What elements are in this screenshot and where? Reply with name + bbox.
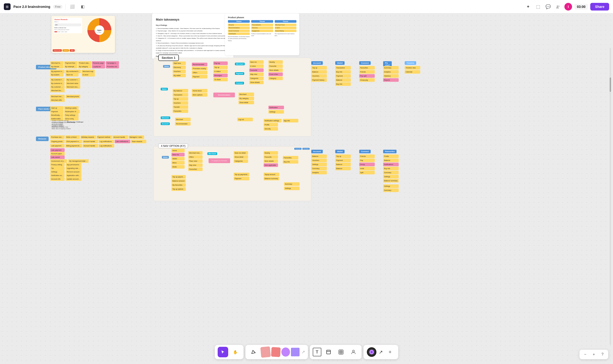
fr-s5[interactable]: Transaction: [335, 66, 351, 70]
rw3-4[interactable]: Log notifications: [99, 144, 114, 148]
nav-ffr1[interactable]: Summary: [284, 182, 300, 186]
frl-s13[interactable]: Invite: [359, 167, 375, 170]
s1-p4[interactable]: Payment: [192, 75, 207, 78]
sticky-4[interactable]: Rewards page: [92, 61, 105, 65]
nav-l2-2[interactable]: Offers: [188, 155, 203, 159]
pen-btn[interactable]: [248, 347, 259, 357]
sticky-11[interactable]: By payment method: [50, 70, 65, 73]
s1-fr2[interactable]: Favourite: [268, 64, 283, 68]
fr-s13[interactable]: Group pay: [359, 78, 375, 82]
frl-s9[interactable]: Balance: [335, 167, 351, 170]
rw2-1[interactable]: Ongoing points: [50, 140, 65, 143]
fr-s16[interactable]: Statistics: [383, 74, 399, 78]
rw2-4[interactable]: Log notifications: [99, 140, 114, 143]
rw3-3[interactable]: Account handle: [83, 144, 98, 148]
section1-root[interactable]: Home: [163, 65, 170, 68]
s1-mb1[interactable]: My balance: [173, 89, 188, 92]
pp-3[interactable]: Payment: [50, 110, 63, 113]
sticky-9[interactable]: Loyalty tier: [92, 65, 105, 68]
rw4-3[interactable]: Late cancel: [50, 156, 65, 159]
logo[interactable]: ⊞: [4, 3, 11, 10]
sticky-31[interactable]: Merchant promo: [66, 95, 80, 98]
s1-b1[interactable]: Pay top: [213, 62, 228, 65]
canvas[interactable]: Stomer Rewards More > 185 Refer a friend…: [0, 13, 613, 364]
sticky-2[interactable]: Payment flow: [64, 61, 77, 65]
nav-far-bot1[interactable]: Topup amount: [264, 173, 279, 176]
s1-disc1[interactable]: Merchant: [175, 118, 191, 121]
rw-3[interactable]: Birthday rewards: [81, 135, 96, 139]
fr-s15[interactable]: Analytics: [383, 70, 399, 74]
s1-b4[interactable]: Messages: [213, 74, 228, 77]
frl-s19[interactable]: Summary: [383, 171, 399, 174]
frl-s18[interactable]: Buy info: [383, 167, 399, 170]
fr-s11[interactable]: Friends: [359, 70, 375, 74]
rw4-1[interactable]: Late payment: [50, 148, 65, 152]
frl-s3[interactable]: Settings: [311, 163, 327, 166]
s1-p2[interactable]: Promotion nearby: [192, 67, 207, 70]
view-toggle-btn[interactable]: ⬜: [69, 3, 76, 11]
nav-br4[interactable]: New applicable: [264, 163, 278, 167]
fr-cat2[interactable]: Wallet: [335, 61, 345, 65]
shape-circle[interactable]: [281, 348, 290, 357]
s1-r1[interactable]: Near me: [249, 60, 264, 64]
frl-s15[interactable]: Profile: [383, 155, 399, 158]
frl-s11[interactable]: Pay: [359, 158, 375, 162]
s1-fr4[interactable]: Food & Bev: [268, 72, 283, 76]
rw-1[interactable]: Purchase rewards: [50, 135, 65, 139]
sticky-25[interactable]: Merchant recommendation: [66, 85, 80, 89]
ai-btn[interactable]: ✦: [524, 3, 532, 11]
rw5-4[interactable]: App permissions: [66, 163, 82, 167]
frl-s22[interactable]: Settings: [383, 184, 399, 188]
sticky-20[interactable]: My customer favorite: [50, 78, 65, 81]
s1-cat3[interactable]: Connect: [235, 82, 244, 84]
rw5-11[interactable]: Account info: [50, 177, 65, 181]
frl-s2[interactable]: Vouchers: [311, 158, 327, 162]
rw4-2[interactable]: Account payment: [50, 152, 65, 156]
rw5-12[interactable]: Update account info: [66, 177, 82, 181]
rw-6[interactable]: Managers / roles: [129, 135, 144, 139]
s1-r2[interactable]: In store: [249, 64, 264, 68]
nav-s2[interactable]: Near me: [171, 153, 185, 156]
nav-bot-3[interactable]: My favourites: [171, 183, 186, 187]
s1-mb3[interactable]: Top up: [173, 97, 188, 101]
s1-bot2[interactable]: Settings: [268, 110, 284, 114]
frl-s21[interactable]: Balance summary: [383, 179, 399, 182]
shape-red[interactable]: [271, 347, 281, 357]
scrollbar[interactable]: [610, 48, 611, 345]
frl-s6[interactable]: Top up: [335, 155, 351, 158]
s1-br3[interactable]: Profile: [264, 123, 278, 127]
sticky-5[interactable]: Campaign banners: [106, 61, 119, 65]
s1-lo3[interactable]: Show detail: [238, 101, 254, 104]
frl-cat3[interactable]: Connect: [359, 150, 371, 153]
s1-cat2[interactable]: Payment: [235, 72, 244, 75]
fr-s9[interactable]: Buy info: [335, 82, 351, 86]
camera-inner[interactable]: [369, 350, 374, 354]
nav-r2[interactable]: Show detail: [234, 155, 248, 159]
cursor-btn[interactable]: [218, 347, 228, 357]
nav-s4[interactable]: Menu: [171, 161, 185, 165]
s1-lbl-discover[interactable]: Discover: [161, 117, 170, 119]
sticky-30[interactable]: Merchant rewards: [50, 95, 65, 98]
present-btn[interactable]: ⬚: [534, 3, 542, 11]
fr-s3[interactable]: Vouchers: [311, 74, 327, 78]
fr-cat3[interactable]: Connect: [359, 61, 371, 65]
s1-mb4[interactable]: Vouchers: [173, 101, 188, 105]
fr-cat1[interactable]: Account: [311, 61, 323, 65]
sticky-6[interactable]: By interest: [50, 65, 63, 68]
nav-s5[interactable]: Deals: [171, 165, 185, 169]
nav-mid-node[interactable]: In category by merchant: [209, 158, 230, 163]
rw-5[interactable]: Account handle: [112, 135, 128, 139]
s1-r3[interactable]: Favourite: [249, 68, 264, 72]
fr-s17[interactable]: Reports: [383, 78, 399, 82]
fr-s12[interactable]: Pay split: [359, 74, 375, 78]
rw-4[interactable]: Payment method: [97, 135, 112, 139]
pp-1[interactable]: Start up: [50, 106, 63, 110]
nav-bot-2[interactable]: Balance amount: [171, 179, 186, 183]
sticky-32[interactable]: Merchant offer: [50, 98, 65, 102]
s1-disc2[interactable]: Recommended: [175, 122, 191, 126]
sticky-26[interactable]: Merchant browse: [50, 89, 65, 92]
pp-6[interactable]: Party settings: [64, 113, 79, 117]
nav-mid-bot2[interactable]: Payment: [234, 177, 249, 180]
help-btn[interactable]: ?: [599, 351, 606, 358]
sticky-14[interactable]: By location: [50, 73, 63, 77]
